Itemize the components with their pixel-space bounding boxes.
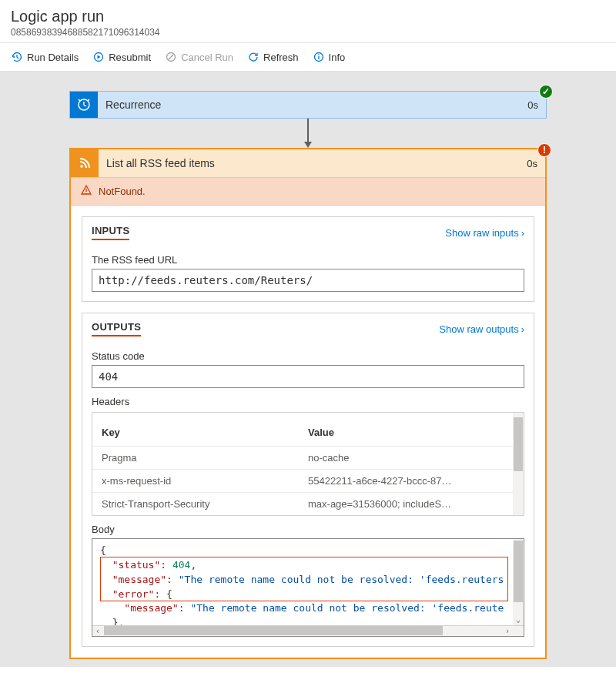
feed-url-value[interactable]: http://feeds.reuters.com/Reuters/ bbox=[92, 269, 524, 292]
outputs-panel: OUTPUTS Show raw outputs › Status code 4… bbox=[82, 313, 534, 647]
body-json-viewer[interactable]: { "status": 404, "message": "The remote … bbox=[92, 538, 524, 637]
designer-canvas: Recurrence 0s ✓ ! List all RSS feed item… bbox=[0, 72, 616, 667]
cancel-icon bbox=[165, 51, 177, 63]
replay-icon bbox=[92, 51, 105, 63]
body-label: Body bbox=[92, 524, 524, 535]
info-icon bbox=[313, 51, 325, 63]
headers-label: Headers bbox=[92, 396, 524, 407]
recurrence-step[interactable]: Recurrence 0s ✓ bbox=[69, 91, 547, 119]
inputs-panel: INPUTS Show raw inputs › The RSS feed UR… bbox=[82, 216, 534, 302]
warning-icon bbox=[80, 184, 92, 199]
success-badge: ✓ bbox=[539, 85, 553, 99]
info-button[interactable]: Info bbox=[313, 51, 346, 63]
header-key-col: Key bbox=[102, 427, 308, 438]
feed-url-label: The RSS feed URL bbox=[92, 254, 524, 266]
show-raw-outputs-link[interactable]: Show raw outputs › bbox=[439, 323, 524, 335]
chevron-right-icon: › bbox=[521, 323, 524, 335]
rss-icon bbox=[71, 149, 99, 177]
recurrence-label: Recurrence bbox=[98, 99, 527, 111]
resubmit-label: Resubmit bbox=[109, 52, 151, 63]
cancel-run-button: Cancel Run bbox=[165, 51, 233, 63]
refresh-button[interactable]: Refresh bbox=[247, 51, 299, 63]
rss-step-header[interactable]: List all RSS feed items 0s bbox=[71, 149, 545, 177]
cancel-run-label: Cancel Run bbox=[181, 52, 233, 63]
refresh-icon bbox=[247, 51, 259, 63]
run-id: 08586938394688582171096314034 bbox=[11, 27, 605, 38]
arrowhead-icon bbox=[304, 142, 312, 148]
recurrence-duration: 0s bbox=[527, 99, 546, 111]
headers-scrollbar[interactable] bbox=[513, 413, 524, 515]
table-header-row: Key Value bbox=[92, 413, 524, 447]
info-label: Info bbox=[329, 52, 346, 63]
inputs-title: INPUTS bbox=[92, 225, 129, 240]
table-row: Strict-Transport-Security max-age=315360… bbox=[92, 493, 524, 515]
outputs-title: OUTPUTS bbox=[92, 321, 141, 336]
rss-duration: 0s bbox=[527, 158, 545, 169]
headers-table: Key Value Pragma no-cache x-ms-request-i… bbox=[92, 412, 524, 516]
error-badge: ! bbox=[537, 143, 551, 157]
show-raw-inputs-label: Show raw inputs bbox=[445, 227, 518, 239]
rss-step: ! List all RSS feed items 0s NotFound. I… bbox=[69, 148, 547, 659]
show-raw-inputs-link[interactable]: Show raw inputs › bbox=[445, 227, 524, 239]
svg-point-5 bbox=[318, 54, 320, 55]
refresh-label: Refresh bbox=[263, 52, 299, 63]
table-row: Pragma no-cache bbox=[92, 447, 524, 470]
svg-point-7 bbox=[80, 165, 83, 168]
svg-line-2 bbox=[169, 55, 174, 60]
history-icon bbox=[11, 51, 23, 63]
run-details-label: Run Details bbox=[27, 52, 79, 63]
resubmit-button[interactable]: Resubmit bbox=[92, 51, 151, 63]
toolbar: Run Details Resubmit Cancel Run Refresh … bbox=[0, 43, 616, 72]
clock-icon bbox=[70, 92, 98, 118]
status-code-label: Status code bbox=[92, 350, 524, 362]
status-code-value[interactable]: 404 bbox=[92, 365, 524, 388]
rss-label: List all RSS feed items bbox=[99, 157, 527, 169]
table-row: x-ms-request-id 55422211-a6ce-4227-bccc-… bbox=[92, 470, 524, 493]
run-details-button[interactable]: Run Details bbox=[11, 51, 79, 63]
body-v-scrollbar[interactable]: ⌄ bbox=[513, 539, 524, 636]
connector-line bbox=[307, 119, 309, 142]
body-h-scrollbar[interactable]: ‹› bbox=[92, 625, 524, 636]
error-text: NotFound. bbox=[99, 186, 146, 197]
error-bar: NotFound. bbox=[71, 177, 545, 206]
header-value-col: Value bbox=[308, 427, 514, 438]
chevron-right-icon: › bbox=[521, 227, 524, 239]
show-raw-outputs-label: Show raw outputs bbox=[439, 323, 518, 335]
page-header: Logic app run 08586938394688582171096314… bbox=[0, 0, 616, 43]
page-title: Logic app run bbox=[11, 8, 605, 25]
